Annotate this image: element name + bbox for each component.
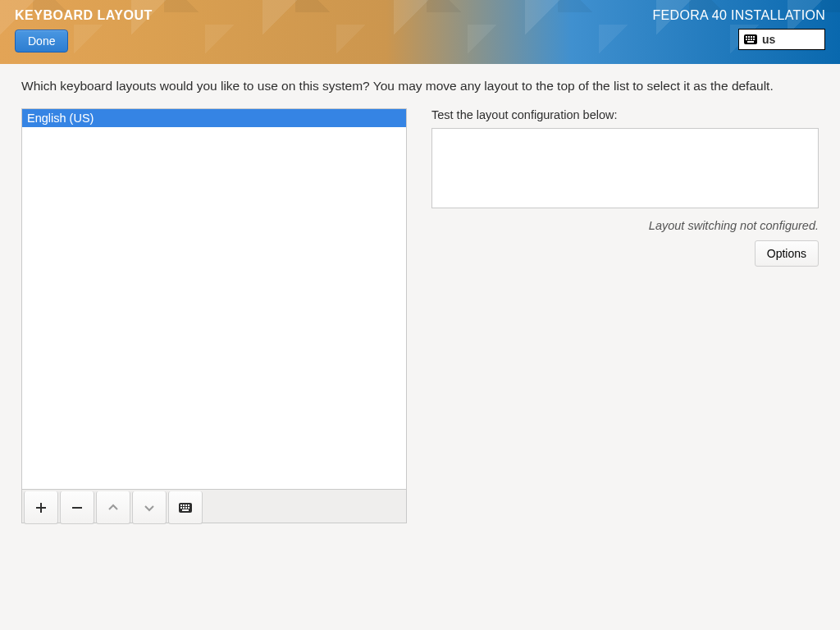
svg-rect-15 bbox=[183, 504, 185, 506]
preview-layout-button[interactable] bbox=[168, 491, 203, 524]
svg-rect-18 bbox=[180, 507, 182, 509]
svg-rect-17 bbox=[188, 504, 189, 506]
remove-layout-button[interactable] bbox=[60, 491, 94, 524]
svg-rect-3 bbox=[751, 36, 752, 38]
page-title: KEYBOARD LAYOUT bbox=[15, 8, 153, 23]
content-area: Which keyboard layouts would you like to… bbox=[0, 64, 840, 538]
keyboard-code-label: us bbox=[762, 33, 775, 46]
header-bar: KEYBOARD LAYOUT Done FEDORA 40 INSTALLAT… bbox=[0, 0, 840, 64]
move-up-button bbox=[96, 491, 130, 524]
svg-rect-14 bbox=[180, 504, 182, 506]
done-button[interactable]: Done bbox=[15, 30, 68, 52]
svg-rect-12 bbox=[72, 507, 82, 509]
minus-icon bbox=[71, 502, 83, 514]
chevron-up-icon bbox=[107, 502, 119, 514]
svg-rect-19 bbox=[183, 507, 185, 509]
svg-rect-8 bbox=[753, 39, 755, 40]
keyboard-icon bbox=[179, 503, 192, 513]
svg-rect-4 bbox=[753, 36, 755, 38]
test-input[interactable] bbox=[431, 128, 819, 208]
keyboard-icon bbox=[744, 34, 757, 44]
keyboard-indicator[interactable]: us bbox=[738, 29, 825, 50]
options-button[interactable]: Options bbox=[755, 240, 819, 267]
svg-rect-6 bbox=[748, 39, 750, 40]
layout-listbox[interactable]: English (US) bbox=[21, 108, 407, 489]
chevron-down-icon bbox=[144, 502, 155, 514]
svg-rect-1 bbox=[746, 36, 747, 38]
move-down-button bbox=[132, 491, 167, 524]
svg-rect-7 bbox=[751, 39, 752, 40]
svg-rect-5 bbox=[746, 39, 747, 40]
layout-switch-note: Layout switching not configured. bbox=[431, 219, 819, 232]
layout-toolbar bbox=[21, 489, 407, 523]
svg-rect-2 bbox=[748, 36, 750, 38]
svg-rect-20 bbox=[185, 507, 187, 509]
layout-item[interactable]: English (US) bbox=[22, 109, 406, 127]
svg-rect-11 bbox=[36, 507, 46, 509]
add-layout-button[interactable] bbox=[24, 491, 58, 524]
test-area-label: Test the layout configuration below: bbox=[431, 108, 819, 121]
svg-rect-9 bbox=[747, 41, 754, 43]
svg-rect-22 bbox=[182, 509, 189, 511]
installation-title: FEDORA 40 INSTALLATION bbox=[652, 8, 825, 23]
plus-icon bbox=[35, 502, 47, 514]
svg-rect-21 bbox=[188, 507, 189, 509]
prompt-text: Which keyboard layouts would you like to… bbox=[21, 79, 819, 94]
svg-rect-16 bbox=[185, 504, 187, 506]
